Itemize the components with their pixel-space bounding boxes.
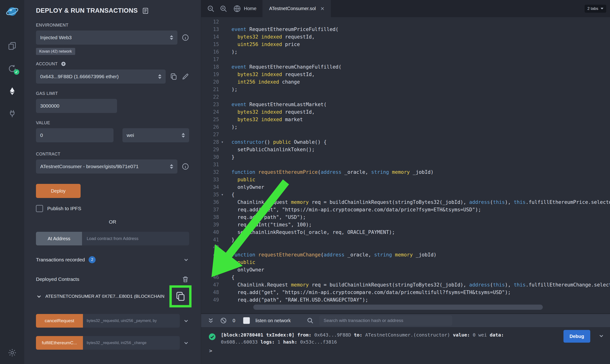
terminal-prompt[interactable]: > — [201, 345, 610, 354]
code-line[interactable]: 32 function requestEthereumPrice(address… — [201, 168, 610, 176]
code-line[interactable]: 28▾ constructor() public Ownable() { — [201, 138, 610, 146]
clear-console-icon[interactable] — [220, 317, 227, 324]
fulfill-ethereum-change-button[interactable]: fulfillEthereumC... — [36, 336, 83, 350]
code-line[interactable]: 37 req.add("get", "https://min-api.crypt… — [201, 206, 610, 213]
log-key-value: value: — [453, 332, 470, 338]
tab-home[interactable]: Home — [233, 5, 256, 13]
transactions-recorded-label: Transactions recorded — [36, 257, 85, 262]
account-value: 0x643...9F88D (1.666673996 ether) — [40, 74, 155, 79]
code-line[interactable]: 27 — [201, 131, 610, 138]
edit-account-icon[interactable] — [182, 73, 189, 80]
value-input[interactable] — [36, 128, 114, 142]
code-line[interactable]: 25 bytes32 indexed market — [201, 116, 610, 123]
debug-button[interactable]: Debug — [563, 330, 590, 343]
compile-success-badge: ✓ — [14, 69, 19, 75]
scrollbar-thumb[interactable] — [253, 305, 543, 310]
code-line[interactable]: 30 } — [201, 153, 610, 161]
code-line[interactable]: 44 public — [201, 259, 610, 266]
solidity-compiler-icon[interactable]: ✓ — [7, 64, 17, 74]
globe-icon — [233, 5, 241, 13]
settings-gear-icon[interactable] — [7, 348, 17, 358]
code-line[interactable]: 31 — [201, 161, 610, 168]
deploy-run-icon[interactable] — [7, 86, 17, 96]
plugin-manager-icon[interactable] — [7, 108, 17, 119]
code-line[interactable]: 20 int256 indexed change — [201, 78, 610, 86]
close-tab-icon[interactable]: × — [320, 5, 324, 12]
pending-tx-count: 0 — [233, 318, 235, 323]
code-line[interactable]: 12 — [201, 18, 610, 26]
copy-contract-address-icon[interactable] — [175, 291, 186, 302]
horizontal-scrollbar[interactable] — [227, 305, 603, 310]
plugin-doc-icon[interactable] — [142, 7, 149, 14]
deployed-contract-item[interactable]: ATESTNETCONSUMER AT 0X7E7...E80D1 (BLOCK… — [36, 291, 189, 302]
tab-atestnetconsumer[interactable]: ATestnetConsumer.sol × — [263, 0, 331, 17]
transaction-log-entry[interactable]: [block:20780401 txIndex:0] from: 0x643..… — [201, 327, 610, 345]
code-line[interactable]: 23 event RequestEthereumLastMarket( — [201, 101, 610, 108]
chevron-down-icon[interactable] — [183, 318, 189, 324]
code-line[interactable]: 29 setPublicChainlinkToken(); — [201, 146, 610, 153]
code-line[interactable]: 49 req.add("path", "RAW.ETH.USD.CHANGEPC… — [201, 296, 610, 304]
code-line[interactable]: 38 req.add("path", "USD"); — [201, 213, 610, 221]
code-line[interactable]: 45 onlyOwner — [201, 266, 610, 273]
code-line[interactable]: 26 ); — [201, 123, 610, 131]
contract-select[interactable]: ATestnetConsumer - browser/gists/9b71e07… — [36, 159, 177, 174]
log-value-from: 0x643...9F88D — [314, 332, 351, 338]
code-line[interactable]: 42 — [201, 244, 610, 251]
code-line[interactable]: 48 req.add("get", "https://min-api.crypt… — [201, 289, 610, 296]
code-line[interactable]: 46 { — [201, 273, 610, 281]
code-line[interactable]: 15 uint256 indexed price — [201, 41, 610, 48]
chevron-down-icon[interactable] — [36, 293, 42, 299]
at-address-input[interactable] — [82, 232, 189, 246]
gas-limit-input[interactable] — [36, 99, 117, 113]
code-line[interactable]: 16 ); — [201, 48, 610, 56]
terminal-search-input[interactable] — [319, 315, 452, 326]
zoom-out-icon[interactable] — [207, 5, 215, 13]
code-editor[interactable]: 1213 event RequestEthereumPriceFulfilled… — [201, 17, 610, 313]
fulfill-ethereum-change-params-input[interactable] — [83, 336, 180, 350]
value-unit-select[interactable]: wei — [122, 128, 189, 142]
tabs-count-badge[interactable]: 2 tabs — [585, 5, 606, 13]
code-line[interactable]: 18 event RequestEthereumChangeFulfilled( — [201, 63, 610, 71]
code-line[interactable]: 22 — [201, 93, 610, 101]
file-explorer-icon[interactable] — [7, 41, 17, 51]
log-block: [block:20780401 txIndex:0] — [221, 332, 294, 338]
code-line[interactable]: 41 } — [201, 236, 610, 244]
chevron-down-icon[interactable] — [183, 340, 189, 346]
stepper-icon — [158, 74, 161, 79]
cancel-request-params-input[interactable] — [83, 314, 180, 328]
code-line[interactable]: 36 Chainlink.Request memory req = buildC… — [201, 198, 610, 206]
code-line[interactable]: 24 bytes32 indexed requestId, — [201, 108, 610, 116]
code-line[interactable]: 21 ); — [201, 86, 610, 93]
code-line[interactable]: 34 onlyOwner — [201, 183, 610, 191]
code-line[interactable]: 35▾ { — [201, 191, 610, 198]
listen-network-checkbox[interactable] — [243, 317, 250, 324]
publish-ipfs-checkbox[interactable] — [36, 205, 43, 212]
add-account-icon[interactable] — [61, 61, 66, 67]
code-line[interactable]: 40 sendChainlinkRequestTo(_oracle, req, … — [201, 229, 610, 236]
cancel-request-button[interactable]: cancelRequest — [36, 314, 83, 328]
code-line[interactable]: 47 Chainlink.Request memory req = buildC… — [201, 281, 610, 289]
collapse-terminal-icon[interactable] — [207, 317, 214, 324]
code-line[interactable]: 39 req.addInt("times", 100); — [201, 221, 610, 229]
code-line[interactable]: 43 function requestEthereumChange(addres… — [201, 251, 610, 259]
expand-log-icon[interactable] — [598, 333, 604, 339]
copy-account-icon[interactable] — [170, 73, 177, 80]
home-tab-label: Home — [244, 6, 256, 11]
contract-info-icon[interactable] — [182, 163, 189, 170]
or-divider: OR — [36, 219, 189, 225]
chevron-down-icon[interactable] — [183, 257, 189, 263]
environment-select[interactable]: Injected Web3 — [36, 30, 177, 45]
zoom-in-icon[interactable] — [219, 5, 227, 13]
code-line[interactable]: 19 bytes32 indexed requestId, — [201, 71, 610, 78]
trash-icon[interactable] — [182, 275, 189, 283]
code-line[interactable]: 13 event RequestEthereumPriceFulfilled( — [201, 26, 610, 33]
account-select[interactable]: 0x643...9F88D (1.666673996 ether) — [36, 69, 166, 84]
deploy-button[interactable]: Deploy — [36, 184, 80, 198]
environment-info-icon[interactable] — [182, 34, 189, 41]
log-value-value: 0 wei — [473, 332, 487, 338]
at-address-button[interactable]: At Address — [36, 232, 82, 246]
code-line[interactable]: 14 bytes32 indexed requestId, — [201, 33, 610, 41]
code-line[interactable]: 33 public — [201, 176, 610, 183]
code-line[interactable]: 17 — [201, 56, 610, 63]
search-icon — [307, 317, 314, 324]
